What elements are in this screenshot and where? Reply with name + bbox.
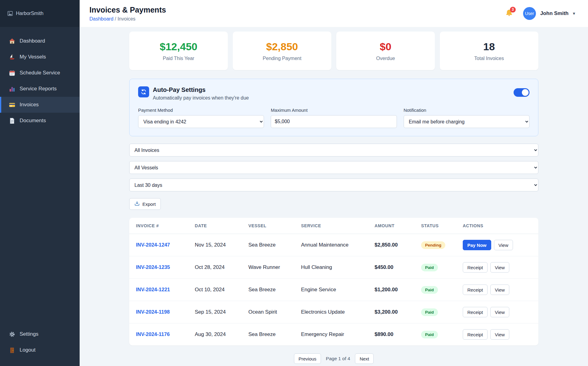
export-button[interactable]: Export — [129, 198, 161, 210]
column-header-status: STATUS — [417, 218, 458, 234]
logo-text: HarborSmith — [16, 11, 43, 16]
autopay-title: Auto-Pay Settings — [153, 86, 249, 93]
page-status: Page 1 of 4 — [326, 356, 350, 361]
stat-label: Paid This Year — [163, 56, 194, 61]
header-left: Invoices & Payments Dashboard / Invoices — [89, 6, 166, 22]
breadcrumb-separator: / — [115, 16, 116, 21]
stat-card-overdue: $0 Overdue — [336, 32, 435, 70]
service-cell: Electronics Update — [297, 301, 370, 323]
breadcrumb-dashboard-link[interactable]: Dashboard — [89, 16, 113, 21]
download-tray-icon — [134, 201, 140, 207]
service-cell: Annual Maintenance — [297, 234, 370, 256]
vessel-cell: Wave Runner — [244, 256, 297, 279]
autopay-settings-panel: Auto-Pay Settings Automatically pay invo… — [129, 79, 538, 136]
invoice-link[interactable]: INV-2024-1221 — [136, 287, 170, 292]
sidebar-nav: Dashboard My Vessels Schedule Service Se… — [0, 27, 80, 323]
sidebar-footer: Settings Logout — [0, 323, 80, 366]
receipt-button[interactable]: Receipt — [463, 307, 488, 317]
service-cell: Engine Service — [297, 279, 370, 301]
notification-select[interactable]: Email me before charging — [404, 115, 530, 128]
vessel-cell: Sea Breeze — [244, 234, 297, 256]
stats-row: $12,450 Paid This Year $2,850 Pending Pa… — [129, 32, 538, 70]
notification-label: Notification — [404, 108, 530, 113]
sidebar-item-settings[interactable]: Settings — [0, 326, 80, 342]
sidebar: HarborSmith Dashboard My Vessels Schedul… — [0, 0, 80, 366]
payment-method-field: Payment Method Visa ending in 4242 — [138, 108, 264, 128]
document-icon — [9, 117, 15, 124]
notifications-button[interactable]: 3 — [505, 9, 513, 18]
view-button[interactable]: View — [494, 240, 513, 250]
avatar[interactable]: User — [523, 7, 536, 20]
stat-label: Pending Payment — [263, 56, 301, 61]
app-logo: HarborSmith — [0, 0, 80, 27]
vessel-cell: Sea Breeze — [244, 279, 297, 301]
date-cell: Sep 15, 2024 — [190, 301, 244, 323]
amount-cell: $3,200.00 — [370, 301, 417, 323]
next-page-button[interactable]: Next — [355, 353, 374, 364]
stat-label: Total Invoices — [474, 56, 504, 61]
invoice-link[interactable]: INV-2024-1247 — [136, 242, 170, 247]
column-header-service: SERVICE — [297, 218, 370, 234]
sidebar-item-documents[interactable]: Documents — [0, 113, 80, 129]
stat-value: $12,450 — [160, 41, 198, 53]
status-badge: Pending — [421, 241, 445, 249]
sidebar-item-label: Schedule Service — [20, 70, 60, 76]
maximum-amount-field: Maximum Amount — [271, 108, 397, 128]
user-name: John Smith — [540, 10, 569, 17]
sidebar-item-dashboard[interactable]: Dashboard — [0, 33, 80, 49]
sidebar-item-label: Logout — [20, 347, 36, 353]
view-button[interactable]: View — [490, 285, 509, 295]
pay-now-button[interactable]: Pay Now — [463, 240, 491, 250]
autopay-toggle[interactable] — [514, 88, 530, 97]
invoice-link[interactable]: INV-2024-1235 — [136, 264, 170, 270]
autopay-subtitle: Automatically pay invoices when they're … — [153, 95, 249, 101]
invoice-status-filter-select[interactable]: All Invoices — [129, 144, 538, 157]
receipt-button[interactable]: Receipt — [463, 329, 488, 340]
maximum-amount-input[interactable] — [271, 115, 397, 128]
content-area: $12,450 Paid This Year $2,850 Pending Pa… — [80, 27, 588, 366]
main-column: Invoices & Payments Dashboard / Invoices… — [80, 0, 588, 366]
column-header-vessel: VESSEL — [244, 218, 297, 234]
sidebar-item-invoices[interactable]: Invoices — [0, 97, 80, 113]
stat-value: $2,850 — [266, 41, 298, 53]
view-button[interactable]: View — [490, 307, 509, 317]
sidebar-item-my-vessels[interactable]: My Vessels — [0, 49, 80, 65]
invoice-link[interactable]: INV-2024-1198 — [136, 309, 170, 315]
receipt-button[interactable]: Receipt — [463, 285, 488, 295]
maximum-amount-label: Maximum Amount — [271, 108, 397, 113]
invoices-table: INVOICE # DATE VESSEL SERVICE AMOUNT STA… — [129, 218, 538, 345]
bar-chart-icon — [9, 85, 15, 92]
previous-page-button[interactable]: Previous — [294, 353, 321, 364]
invoices-table-card: INVOICE # DATE VESSEL SERVICE AMOUNT STA… — [129, 218, 538, 345]
service-cell: Emergency Repair — [297, 323, 370, 346]
invoice-link[interactable]: INV-2024-1176 — [136, 331, 170, 337]
receipt-button[interactable]: Receipt — [463, 262, 488, 273]
amount-cell: $1,200.00 — [370, 279, 417, 301]
sidebar-item-schedule-service[interactable]: Schedule Service — [0, 65, 80, 81]
table-header-row: INVOICE # DATE VESSEL SERVICE AMOUNT STA… — [129, 218, 538, 234]
stat-value: 18 — [483, 41, 495, 53]
view-button[interactable]: View — [490, 329, 509, 340]
pagination: Previous Page 1 of 4 Next — [129, 353, 538, 364]
status-badge: Paid — [421, 264, 438, 271]
sidebar-item-service-reports[interactable]: Service Reports — [0, 81, 80, 97]
sidebar-item-label: My Vessels — [20, 54, 46, 60]
date-range-filter-select[interactable]: Last 30 days — [129, 179, 538, 191]
amount-cell: $890.00 — [370, 323, 417, 346]
column-header-invoice: INVOICE # — [129, 218, 190, 234]
vessel-filter-select[interactable]: All Vessels — [129, 161, 538, 174]
bell-icon — [505, 13, 513, 18]
table-row: INV-2024-1221 Oct 10, 2024 Sea Breeze En… — [129, 279, 538, 301]
table-row: INV-2024-1247 Nov 15, 2024 Sea Breeze An… — [129, 234, 538, 256]
date-cell: Oct 28, 2024 — [190, 256, 244, 279]
sidebar-item-logout[interactable]: Logout — [0, 342, 80, 358]
stat-card-pending-payment: $2,850 Pending Payment — [233, 32, 331, 70]
sidebar-item-label: Documents — [20, 118, 46, 124]
date-cell: Aug 30, 2024 — [190, 323, 244, 346]
view-button[interactable]: View — [490, 262, 509, 273]
stat-card-paid-this-year: $12,450 Paid This Year — [129, 32, 228, 70]
chevron-down-icon[interactable]: ▾ — [573, 11, 575, 16]
credit-card-icon — [9, 101, 15, 108]
sidebar-item-label: Settings — [20, 331, 38, 337]
payment-method-select[interactable]: Visa ending in 4242 — [138, 115, 264, 128]
